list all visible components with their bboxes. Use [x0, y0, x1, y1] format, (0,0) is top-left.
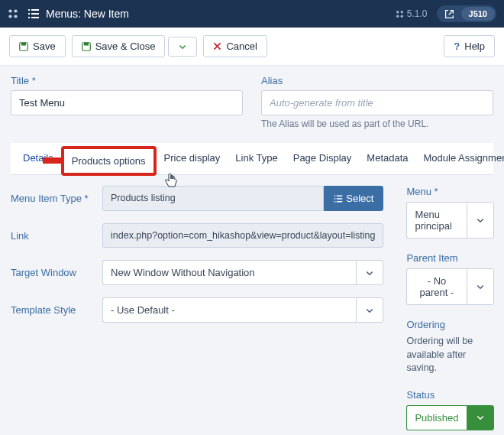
menu-select[interactable]: Menu principal: [406, 202, 493, 239]
version-text: 5.1.0: [396, 8, 428, 19]
svg-rect-6: [28, 13, 30, 15]
tab-metadata[interactable]: Metadata: [359, 143, 415, 174]
svg-rect-8: [28, 17, 30, 18]
chevron-down-icon: [467, 405, 494, 430]
cancel-button[interactable]: Cancel: [203, 35, 267, 57]
save-icon: [19, 42, 28, 51]
svg-rect-19: [337, 195, 343, 196]
title-input[interactable]: [11, 90, 243, 115]
svg-rect-18: [334, 195, 336, 196]
close-icon: [213, 42, 221, 50]
tab-page-display[interactable]: Page Display: [286, 143, 360, 174]
save-dropdown-button[interactable]: [168, 37, 197, 57]
target-window-select[interactable]: New Window Without Navigation: [102, 260, 383, 285]
svg-point-2: [8, 15, 11, 18]
tab-link-type[interactable]: Link Type: [228, 143, 285, 174]
target-window-label: Target Window: [11, 267, 95, 278]
chevron-down-icon: [356, 260, 383, 285]
help-button[interactable]: ? Help: [444, 35, 495, 57]
link-value: index.php?option=com_hikashop&view=produ…: [102, 223, 383, 248]
tab-products-options[interactable]: Products options: [61, 146, 157, 176]
chevron-down-icon: [356, 297, 383, 323]
select-type-button[interactable]: Select: [324, 186, 383, 211]
svg-rect-17: [84, 42, 89, 45]
svg-point-1: [14, 9, 17, 12]
svg-rect-5: [31, 9, 39, 11]
svg-point-10: [396, 11, 399, 13]
svg-rect-20: [334, 198, 336, 200]
svg-rect-9: [31, 17, 39, 18]
svg-rect-23: [337, 201, 343, 203]
alias-helper: The Alias will be used as part of the UR…: [261, 118, 493, 129]
alias-input[interactable]: [261, 90, 493, 115]
page-title: Menus: New Item: [46, 8, 129, 20]
svg-rect-22: [334, 201, 336, 203]
status-label: Status: [406, 389, 493, 401]
parent-item-label: Parent Item: [406, 252, 493, 264]
svg-point-11: [400, 11, 402, 13]
list-icon: [27, 8, 40, 20]
joomla-logo-icon: [8, 8, 18, 19]
chevron-down-icon: [467, 202, 494, 239]
svg-point-13: [400, 15, 402, 17]
svg-rect-7: [31, 13, 39, 15]
list-icon: [334, 194, 343, 203]
ordering-label: Ordering: [406, 319, 493, 330]
tab-module-assignment[interactable]: Module Assignment: [416, 143, 504, 174]
chevron-down-icon: [178, 42, 187, 51]
env-badge[interactable]: J510: [437, 5, 496, 22]
svg-point-0: [8, 9, 11, 12]
svg-rect-21: [337, 198, 343, 200]
svg-rect-15: [21, 42, 26, 45]
template-style-label: Template Style: [11, 304, 95, 316]
tab-price-display[interactable]: Price display: [157, 143, 228, 174]
save-close-button[interactable]: Save & Close: [72, 35, 166, 57]
alias-label: Alias: [261, 75, 493, 86]
title-label: Title *: [11, 75, 243, 86]
parent-item-select[interactable]: - No parent -: [406, 268, 493, 305]
chevron-down-icon: [467, 268, 494, 305]
template-style-select[interactable]: - Use Default -: [102, 297, 383, 323]
cursor-hand-icon: [163, 172, 179, 189]
save-button[interactable]: Save: [9, 35, 66, 57]
menu-item-type-label: Menu Item Type *: [11, 193, 95, 204]
open-external-icon: [443, 7, 457, 21]
ordering-note: Ordering will be available after saving.: [406, 335, 493, 375]
svg-point-12: [396, 15, 399, 17]
svg-point-3: [14, 15, 17, 18]
menu-label: Menu *: [406, 186, 493, 197]
link-label: Link: [11, 230, 95, 242]
save-icon: [82, 42, 91, 51]
menu-item-type-value: Products listing: [102, 186, 324, 211]
svg-rect-4: [28, 9, 30, 11]
help-icon: ?: [454, 41, 460, 52]
status-select[interactable]: Published: [406, 405, 493, 430]
